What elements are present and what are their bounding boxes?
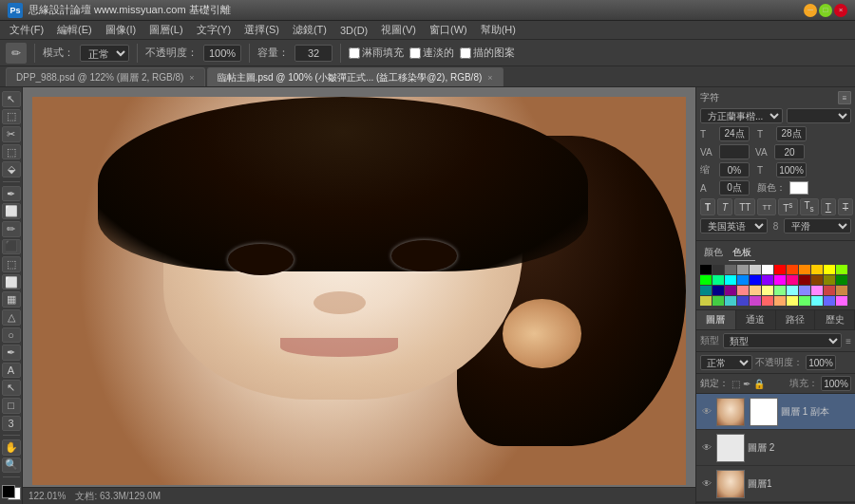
scale-x-input[interactable] (719, 162, 750, 177)
style-bold[interactable]: T (700, 198, 715, 215)
color-swatch-8[interactable] (799, 265, 810, 274)
tool-path-select[interactable]: ↖ (2, 380, 21, 396)
color-swatch-0[interactable] (700, 265, 712, 274)
color-swatch-39[interactable] (737, 296, 749, 306)
tab-0[interactable]: DPP_988.psd @ 122% (圖層 2, RGB/8) × (6, 67, 205, 86)
menu-edit[interactable]: 編輯(E) (51, 21, 98, 39)
color-swatch-38[interactable] (725, 296, 736, 306)
font-family-dropdown[interactable]: 方正蘭事楷... (700, 108, 783, 123)
color-swatch-45[interactable] (811, 296, 823, 306)
color-swatch-16[interactable] (750, 275, 761, 285)
color-swatch-27[interactable] (737, 286, 749, 295)
menu-window[interactable]: 窗口(W) (424, 21, 473, 39)
tool-crop[interactable]: ⬙ (2, 161, 21, 177)
tool-zoom[interactable]: 🔍 (2, 457, 21, 474)
tool-pen[interactable]: ✒ (2, 345, 21, 361)
menu-help[interactable]: 幫助(H) (475, 21, 522, 39)
antialias-dropdown[interactable]: 平滑 (784, 218, 851, 233)
color-swatch-47[interactable] (836, 296, 847, 306)
color-swatch-22[interactable] (824, 275, 835, 285)
scale-y-input[interactable] (776, 162, 807, 177)
menu-view[interactable]: 視圖(V) (375, 21, 422, 39)
color-swatch-19[interactable] (787, 275, 798, 285)
foreground-color-swatch[interactable] (2, 485, 15, 498)
tool-3d[interactable]: 3 (2, 416, 21, 432)
lock-all-btn[interactable]: 🔒 (753, 379, 765, 389)
color-swatch-15[interactable] (737, 275, 749, 285)
color-tab-color[interactable]: 颜色 (700, 245, 727, 261)
color-swatch-6[interactable] (774, 265, 786, 274)
tool-blur[interactable]: △ (2, 309, 21, 326)
color-swatch-37[interactable] (712, 296, 724, 306)
color-swatch-29[interactable] (762, 286, 773, 295)
flow-input[interactable] (294, 45, 332, 62)
color-swatch-11[interactable] (836, 265, 847, 274)
color-swatch-21[interactable] (811, 275, 823, 285)
menu-file[interactable]: 文件(F) (4, 21, 49, 39)
blend-mode-dropdown[interactable]: 正常 (700, 355, 752, 370)
menu-filter[interactable]: 滤鏡(T) (287, 21, 332, 39)
menu-select[interactable]: 選擇(S) (238, 21, 285, 39)
tab-0-close[interactable]: × (189, 73, 194, 83)
color-swatch-41[interactable] (762, 296, 773, 306)
tab-1[interactable]: 臨帖主圖.psd @ 100% (小皺彈正式... (益工移染學@2), RGB… (207, 67, 504, 86)
menu-3d[interactable]: 3D(D) (334, 23, 373, 38)
color-swatch-34[interactable] (824, 286, 835, 295)
tracking-input[interactable] (719, 144, 750, 159)
color-swatch-10[interactable] (824, 265, 835, 274)
lock-pixels-btn[interactable]: ⬚ (732, 379, 740, 389)
tool-eraser[interactable]: ⬜ (2, 274, 21, 290)
color-swatch-1[interactable] (712, 265, 724, 274)
layers-tab-history[interactable]: 歷史 (815, 310, 855, 329)
menu-layer[interactable]: 圖層(L) (143, 21, 188, 39)
color-swatch-20[interactable] (799, 275, 810, 285)
font-style-dropdown[interactable] (787, 108, 851, 123)
color-swatch-3[interactable] (737, 265, 749, 274)
tab-1-close[interactable]: × (487, 73, 492, 83)
color-swatch-9[interactable] (811, 265, 823, 274)
layer-2-visibility[interactable]: 👁 (700, 477, 713, 491)
text-color-swatch[interactable] (789, 181, 808, 195)
opacity-input[interactable] (203, 45, 241, 62)
style-italic[interactable]: T (717, 198, 732, 215)
mode-dropdown[interactable]: 正常 (80, 45, 129, 62)
color-swatches[interactable] (2, 485, 21, 500)
tool-heal[interactable]: ⬜ (2, 203, 21, 219)
tool-gradient[interactable]: ▦ (2, 291, 21, 308)
lock-move-btn[interactable]: ✒ (743, 379, 750, 389)
layers-tab-channels[interactable]: 通道 (736, 310, 776, 329)
color-swatch-32[interactable] (799, 286, 810, 295)
layers-tab-layers[interactable]: 圖層 (696, 310, 736, 329)
menu-image[interactable]: 圖像(I) (100, 21, 142, 39)
pressure-checkbox[interactable] (460, 47, 471, 59)
color-swatch-5[interactable] (762, 265, 773, 274)
layer-1-visibility[interactable]: 👁 (700, 441, 713, 455)
color-swatch-46[interactable] (824, 296, 835, 306)
color-swatch-28[interactable] (750, 286, 761, 295)
tool-eyedropper[interactable]: ✒ (2, 186, 21, 202)
color-swatch-13[interactable] (712, 275, 724, 285)
color-swatch-4[interactable] (750, 265, 761, 274)
leading-input[interactable] (776, 126, 807, 141)
pressure-option[interactable]: 描的图案 (460, 46, 515, 60)
color-swatch-33[interactable] (811, 286, 823, 295)
close-button[interactable]: × (834, 4, 847, 17)
canvas-area[interactable]: 122.01% 文档: 63.3M/129.0M (23, 87, 695, 504)
layers-tab-paths[interactable]: 路径 (776, 310, 816, 329)
airbrush-option[interactable]: 淋雨填充 (349, 46, 404, 60)
color-swatch-42[interactable] (774, 296, 786, 306)
color-swatch-25[interactable] (712, 286, 724, 295)
tool-history[interactable]: ⬚ (2, 256, 21, 272)
color-swatch-36[interactable] (700, 296, 712, 306)
color-swatch-31[interactable] (787, 286, 798, 295)
color-swatch-26[interactable] (725, 286, 736, 295)
tool-quicksel[interactable]: ⬚ (2, 144, 21, 160)
style-smallcaps[interactable]: TT (757, 198, 776, 215)
layer-item-0[interactable]: 👁 圖層 1 副本 (696, 394, 855, 430)
layer-0-visibility[interactable]: 👁 (700, 405, 713, 419)
color-swatch-14[interactable] (725, 275, 736, 285)
airbrush-checkbox[interactable] (349, 47, 360, 59)
color-tab-swatches[interactable]: 色板 (729, 245, 755, 261)
menu-text[interactable]: 文字(Y) (191, 21, 238, 39)
minimize-button[interactable]: ─ (804, 4, 817, 17)
